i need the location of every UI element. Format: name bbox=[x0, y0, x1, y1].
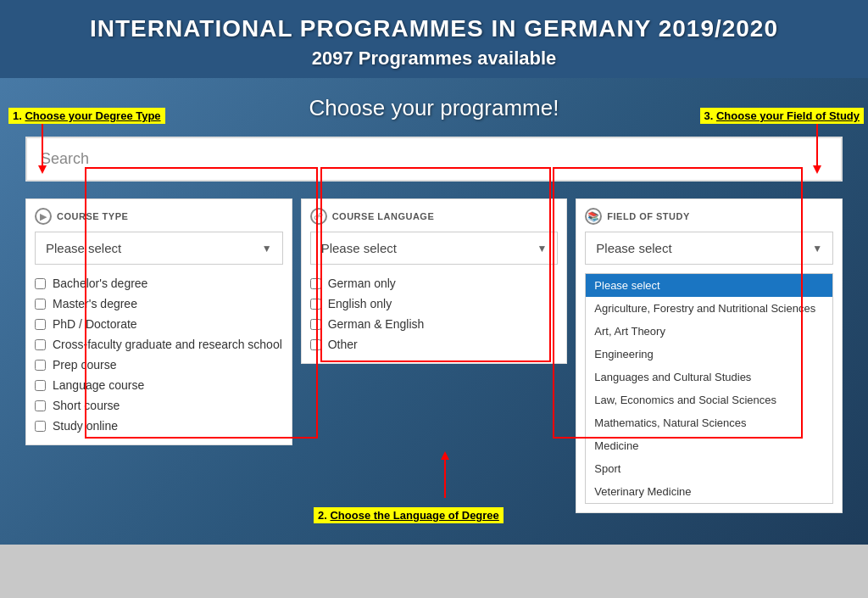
course-language-selected: Please select bbox=[321, 241, 397, 255]
field-of-study-dropdown[interactable]: Please select ▼ bbox=[585, 232, 833, 265]
german-english-checkbox[interactable] bbox=[310, 319, 321, 330]
field-of-study-label: FIELD OF STUDY bbox=[607, 211, 689, 221]
field-option-agriculture[interactable]: Agriculture, Forestry and Nutritional Sc… bbox=[586, 297, 832, 320]
course-type-arrow: ▼ bbox=[262, 243, 272, 254]
list-item[interactable]: Cross-faculty graduate and research scho… bbox=[35, 334, 283, 355]
field-of-study-icon: 📚 bbox=[585, 208, 602, 225]
other-language-checkbox[interactable] bbox=[310, 339, 321, 350]
course-type-box: ▶ COURSE TYPE Please select ▼ Bachelor's… bbox=[25, 198, 292, 445]
annotation-1: 1. Choose your Degree Type bbox=[8, 108, 165, 124]
field-of-study-box: 📚 FIELD OF STUDY Please select ▼ Please … bbox=[576, 198, 843, 513]
field-option-law[interactable]: Law, Economics and Social Sciences bbox=[586, 388, 832, 411]
course-language-box: ☍ COURSE LANGUAGE Please select ▼ German… bbox=[301, 198, 568, 364]
filter-row: ▶ COURSE TYPE Please select ▼ Bachelor's… bbox=[25, 198, 843, 513]
list-item[interactable]: German only bbox=[310, 273, 559, 293]
field-option-engineering[interactable]: Engineering bbox=[586, 343, 832, 366]
content-inner: Choose your programme! Search ▶ COURSE T… bbox=[0, 78, 868, 539]
phd-checkbox[interactable] bbox=[35, 319, 46, 330]
list-item[interactable]: PhD / Doctorate bbox=[35, 314, 283, 334]
course-type-label: COURSE TYPE bbox=[57, 211, 128, 221]
course-language-icon: ☍ bbox=[310, 208, 327, 225]
list-item[interactable]: Bachelor's degree bbox=[35, 273, 283, 293]
header: INTERNATIONAL PROGRAMMES IN GERMANY 2019… bbox=[0, 0, 868, 78]
course-type-selected: Please select bbox=[46, 241, 121, 255]
german-only-checkbox[interactable] bbox=[310, 278, 321, 289]
course-language-arrow: ▼ bbox=[537, 243, 547, 254]
annotation-2: 2. Choose the Language of Degree bbox=[314, 507, 504, 523]
field-option-please-select[interactable]: Please select bbox=[586, 274, 832, 297]
course-language-options: German only English only German & Englis… bbox=[310, 273, 559, 355]
list-item[interactable]: Short course bbox=[35, 395, 283, 416]
field-of-study-arrow: ▼ bbox=[812, 243, 822, 254]
field-of-study-selected: Please select bbox=[596, 241, 671, 255]
bachelors-checkbox[interactable] bbox=[35, 278, 46, 289]
course-type-label-row: ▶ COURSE TYPE bbox=[35, 208, 283, 225]
page-title: INTERNATIONAL PROGRAMMES IN GERMANY 2019… bbox=[8, 15, 860, 42]
list-item[interactable]: Language course bbox=[35, 375, 283, 395]
field-option-art[interactable]: Art, Art Theory bbox=[586, 320, 832, 343]
short-course-checkbox[interactable] bbox=[35, 400, 46, 411]
course-language-label: COURSE LANGUAGE bbox=[332, 211, 435, 221]
annotation-3: 3. Choose your Field of Study bbox=[700, 108, 864, 124]
list-item[interactable]: English only bbox=[310, 293, 559, 314]
course-language-dropdown[interactable]: Please select ▼ bbox=[310, 232, 559, 265]
course-type-options: Bachelor's degree Master's degree PhD / … bbox=[35, 273, 283, 436]
cross-faculty-checkbox[interactable] bbox=[35, 339, 46, 350]
english-only-checkbox[interactable] bbox=[310, 299, 321, 310]
study-online-checkbox[interactable] bbox=[35, 421, 46, 432]
field-of-study-label-row: 📚 FIELD OF STUDY bbox=[585, 208, 833, 225]
course-type-dropdown[interactable]: Please select ▼ bbox=[35, 232, 283, 265]
course-type-icon: ▶ bbox=[35, 208, 52, 225]
list-item[interactable]: Study online bbox=[35, 416, 283, 436]
list-item[interactable]: Other bbox=[310, 334, 559, 355]
course-language-label-row: ☍ COURSE LANGUAGE bbox=[310, 208, 559, 225]
search-placeholder: Search bbox=[41, 150, 89, 167]
field-of-study-options-list: Please select Agriculture, Forestry and … bbox=[585, 273, 833, 504]
field-option-medicine[interactable]: Medicine bbox=[586, 434, 832, 457]
language-course-checkbox[interactable] bbox=[35, 380, 46, 391]
list-item[interactable]: Master's degree bbox=[35, 293, 283, 314]
field-option-languages[interactable]: Languages and Cultural Studies bbox=[586, 366, 832, 388]
search-container[interactable]: Search bbox=[25, 137, 843, 182]
prep-checkbox[interactable] bbox=[35, 360, 46, 371]
list-item[interactable]: German & English bbox=[310, 314, 559, 334]
main-content: Choose your programme! Search ▶ COURSE T… bbox=[0, 78, 868, 545]
masters-checkbox[interactable] bbox=[35, 299, 46, 310]
list-item[interactable]: Prep course bbox=[35, 355, 283, 375]
page-subtitle: 2097 Programmes available bbox=[8, 48, 860, 70]
field-option-veterinary[interactable]: Veterinary Medicine bbox=[586, 480, 832, 503]
field-option-math[interactable]: Mathematics, Natural Sciences bbox=[586, 411, 832, 434]
field-option-sport[interactable]: Sport bbox=[586, 457, 832, 480]
